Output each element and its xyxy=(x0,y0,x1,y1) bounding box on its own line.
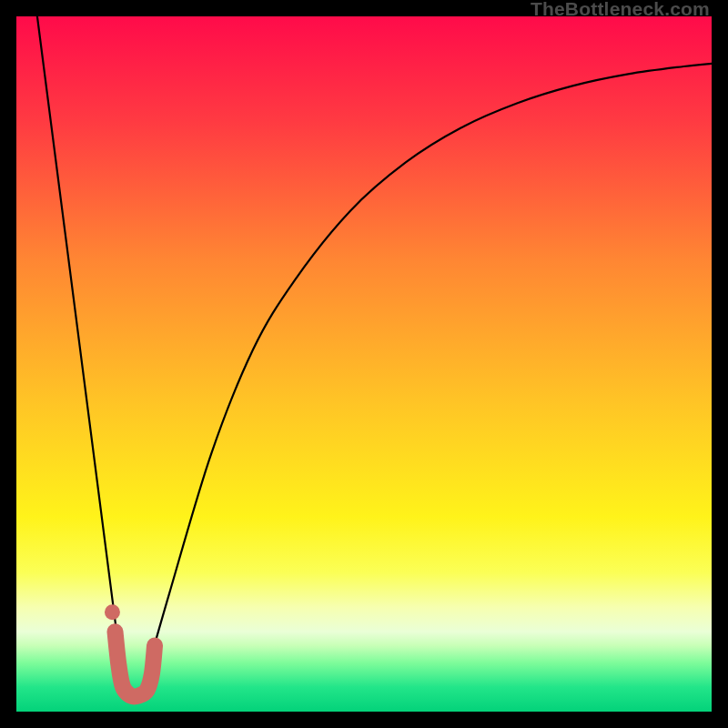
chart-svg xyxy=(16,16,712,712)
gradient-background xyxy=(16,16,712,712)
chart-frame: TheBottleneck.com xyxy=(0,0,728,728)
plot-area xyxy=(16,16,712,712)
series-valley-dot xyxy=(105,604,120,620)
